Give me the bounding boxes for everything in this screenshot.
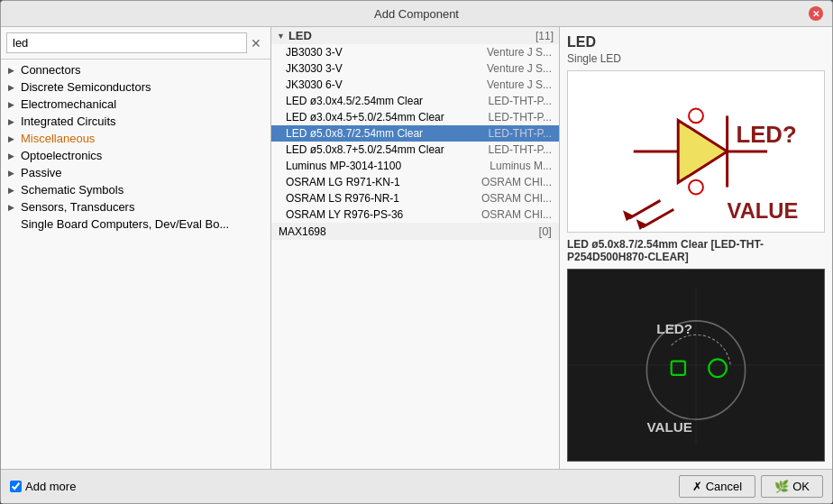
component-row-selected[interactable]: LED ø5.0x8.7/2.54mm Clear LED-THT-P... [271,125,559,142]
component-name: OSRAM LG R971-KN-1 [286,176,476,188]
dialog-title: Add Component [24,7,809,21]
tree-item-miscellaneous[interactable]: ▶ Miscellaneous [1,130,270,147]
svg-text:LED?: LED? [737,122,797,147]
component-name: LED ø3.0x4.5+5.0/2.54mm Clear [286,111,483,124]
tree-item-connectors[interactable]: ▶ Connectors [1,61,270,78]
component-lib: OSRAM CHI... [481,176,552,188]
svg-line-8 [643,209,674,227]
component-name: JK3030 3-V [286,62,481,75]
add-component-dialog: Add Component ✕ ✕ ▶ Connectors ▶ Discret… [0,0,833,504]
expand-arrow: ▶ [8,151,19,160]
group-count: [11] [536,30,554,42]
component-description: LED ø5.0x8.7/2.54mm Clear [LED-THT-P254D… [567,238,825,263]
svg-rect-15 [672,362,685,375]
title-bar: Add Component ✕ [1,1,832,27]
tree-item-label: Connectors [21,63,80,77]
component-lib: Luminus M... [490,160,552,172]
svg-marker-7 [623,210,634,221]
expand-arrow: ▶ [8,117,19,126]
tree-item-label: Miscellaneous [21,132,95,145]
close-button[interactable]: ✕ [809,6,823,21]
group-name: LED [288,29,312,42]
search-input[interactable] [6,32,247,53]
ok-label: OK [792,480,810,493]
tree-item-schematic-symbols[interactable]: ▶ Schematic Symbols [1,181,270,198]
tree-item-sensors[interactable]: ▶ Sensors, Transducers [1,198,270,215]
component-row[interactable]: OSRAM LY R976-PS-36 OSRAM CHI... [271,206,559,223]
component-row[interactable]: Luminus MP-3014-1100 Luminus M... [271,158,559,174]
tree-item-passive[interactable]: ▶ Passive [1,164,270,181]
svg-marker-0 [678,120,727,182]
svg-text:LED?: LED? [656,321,692,336]
component-row[interactable]: JB3030 3-V Venture J S... [271,44,559,60]
component-lib: Venture J S... [487,46,552,59]
add-more-checkbox[interactable] [10,481,22,492]
svg-point-4 [689,109,703,124]
expand-arrow: ▶ [8,134,19,143]
bottom-bar: Add more ✗ Cancel 🌿 OK [1,469,832,503]
svg-marker-9 [636,219,647,230]
component-lib: LED-THT-P... [489,95,552,107]
tree-item-discrete[interactable]: ▶ Discrete Semiconductors [1,78,270,96]
ok-icon: 🌿 [774,480,789,493]
tree-item-label: Schematic Symbols [21,183,124,197]
svg-text:VALUE: VALUE [646,419,692,435]
tree-item-electromechanical[interactable]: ▶ Electromechanical [1,96,270,113]
component-group-header: ▼ LED [11] [271,27,559,44]
expand-arrow: ▶ [8,83,19,92]
tree-item-optoelectronics[interactable]: ▶ Optoelectronics [1,147,270,164]
component-name: LED ø5.0x8.7+5.0/2.54mm Clear [286,143,483,156]
component-name: OSRAM LY R976-PS-36 [286,208,476,221]
add-more-label[interactable]: Add more [10,480,76,493]
component-row[interactable]: OSRAM LS R976-NR-1 OSRAM CHI... [271,190,559,206]
component-name: Luminus MP-3014-1100 [286,160,484,172]
component-row[interactable]: LED ø3.0x4.5+5.0/2.54mm Clear LED-THT-P.… [271,109,559,125]
schematic-preview: LED? VALUE [567,70,825,233]
sub-group-header: MAX1698 [0] [271,223,559,240]
tree-item-label: Integrated Circuits [21,115,116,128]
cancel-label: Cancel [706,480,742,493]
component-row[interactable]: LED ø3.0x4.5/2.54mm Clear LED-THT-P... [271,93,559,109]
tree-item-label: Electromechanical [21,97,116,111]
component-lib: LED-THT-P... [489,127,552,140]
ok-button[interactable]: 🌿 OK [761,475,823,498]
svg-point-5 [689,180,703,195]
tree-item-label: Sensors, Transducers [21,200,134,214]
sub-group-count: [0] [539,225,552,238]
search-bar: ✕ [1,27,270,60]
tree-item-label: Discrete Semiconductors [21,80,151,94]
svg-line-6 [629,200,661,218]
component-lib: OSRAM CHI... [481,192,552,205]
middle-panel: ▼ LED [11] JB3030 3-V Venture J S... JK3… [271,27,560,469]
component-row[interactable]: JK3030 3-V Venture J S... [271,60,559,77]
component-lib: Venture J S... [487,62,552,75]
preview-title: LED [567,34,825,50]
footprint-preview: LED? VALUE [567,269,825,462]
component-lib: OSRAM CHI... [481,208,552,221]
add-more-text: Add more [25,480,76,493]
tree-item-integrated[interactable]: ▶ Integrated Circuits [1,113,270,130]
expand-arrow: ▶ [8,186,19,195]
category-tree: ▶ Connectors ▶ Discrete Semiconductors ▶… [1,60,270,469]
cancel-button[interactable]: ✗ Cancel [679,475,755,498]
component-name: OSRAM LS R976-NR-1 [286,192,476,205]
preview-subtitle: Single LED [567,52,825,65]
component-list: ▼ LED [11] JB3030 3-V Venture J S... JK3… [271,27,559,469]
component-name: JK3030 6-V [286,78,481,91]
component-name: LED ø3.0x4.5/2.54mm Clear [286,95,483,107]
cancel-icon: ✗ [692,480,702,493]
expand-arrow: ▶ [8,169,19,178]
component-name: LED ø5.0x8.7/2.54mm Clear [286,127,483,140]
component-row[interactable]: JK3030 6-V Venture J S... [271,77,559,93]
tree-item-label: Passive [21,166,62,179]
component-lib: LED-THT-P... [489,143,552,156]
component-lib: Venture J S... [487,78,552,91]
clear-search-button[interactable]: ✕ [247,34,265,52]
tree-item-sbc[interactable]: ▶ Single Board Computers, Dev/Eval Bo... [1,215,270,233]
group-arrow: ▼ [277,32,285,41]
component-row[interactable]: OSRAM LG R971-KN-1 OSRAM CHI... [271,174,559,190]
left-panel: ✕ ▶ Connectors ▶ Discrete Semiconductors… [1,27,271,469]
expand-arrow: ▶ [8,66,19,75]
component-row[interactable]: LED ø5.0x8.7+5.0/2.54mm Clear LED-THT-P.… [271,142,559,158]
tree-item-label: Single Board Computers, Dev/Eval Bo... [21,217,229,231]
